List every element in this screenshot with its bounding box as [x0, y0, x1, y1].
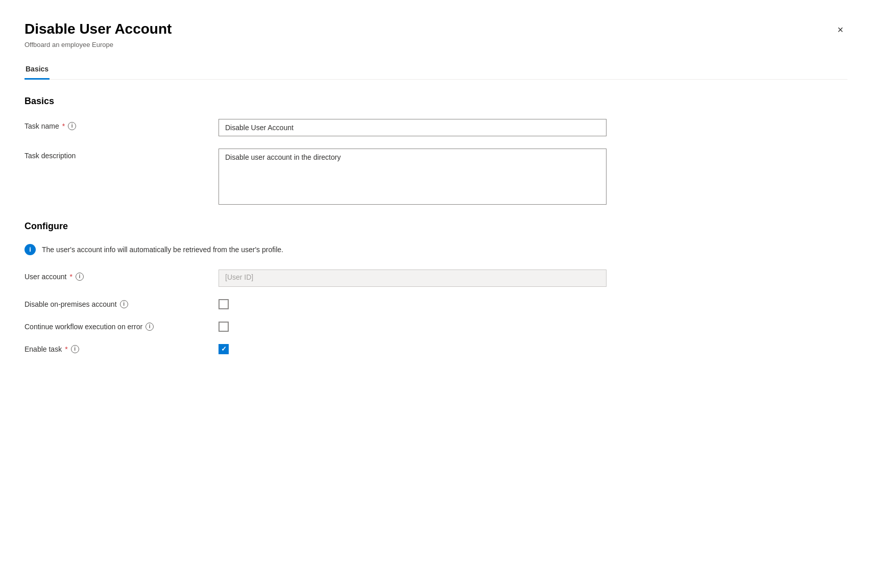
- disable-onprem-info-icon: i: [120, 300, 128, 308]
- disable-onprem-row: Disable on-premises account i: [25, 299, 847, 309]
- info-banner-text: The user's account info will automatical…: [42, 246, 283, 254]
- user-account-label: User account * i: [25, 270, 219, 281]
- task-name-row: Task name * i: [25, 119, 847, 136]
- task-description-textarea[interactable]: Disable user account in the directory: [219, 149, 607, 205]
- enable-task-checkbox-area: ✓: [219, 344, 229, 354]
- task-name-info-icon: i: [68, 122, 76, 130]
- configure-section: Configure i The user's account info will…: [25, 221, 847, 354]
- user-account-row: User account * i [User ID]: [25, 270, 847, 287]
- disable-onprem-label: Disable on-premises account i: [25, 300, 219, 308]
- continue-workflow-info-icon: i: [146, 323, 154, 331]
- disable-onprem-checkbox-area: [219, 299, 229, 309]
- modal-title: Disable User Account: [25, 20, 172, 38]
- continue-workflow-label: Continue workflow execution on error i: [25, 323, 219, 331]
- enable-task-checkbox[interactable]: ✓: [219, 344, 229, 354]
- continue-workflow-row: Continue workflow execution on error i: [25, 322, 847, 332]
- user-account-required: *: [69, 273, 72, 281]
- tabs-container: Basics: [25, 61, 847, 80]
- task-name-label: Task name * i: [25, 119, 219, 130]
- disable-onprem-checkbox[interactable]: [219, 299, 229, 309]
- enable-task-label: Enable task * i: [25, 345, 219, 353]
- continue-workflow-checkbox-area: [219, 322, 229, 332]
- user-account-info-icon: i: [76, 273, 84, 281]
- basics-section: Basics Task name * i Task description Di…: [25, 96, 847, 205]
- tab-basics[interactable]: Basics: [25, 61, 50, 80]
- basics-section-title: Basics: [25, 96, 847, 107]
- close-button[interactable]: ×: [833, 22, 847, 37]
- user-account-input: [User ID]: [219, 270, 607, 287]
- checkmark-icon: ✓: [221, 346, 227, 352]
- task-name-input[interactable]: [219, 119, 607, 136]
- info-banner: i The user's account info will automatic…: [25, 244, 847, 255]
- configure-section-title: Configure: [25, 221, 847, 232]
- task-name-required: *: [62, 122, 65, 130]
- enable-task-required: *: [65, 345, 67, 353]
- enable-task-row: Enable task * i ✓: [25, 344, 847, 354]
- modal-subtitle: Offboard an employee Europe: [25, 41, 172, 48]
- header-text: Disable User Account Offboard an employe…: [25, 20, 172, 48]
- task-description-label: Task description: [25, 149, 219, 160]
- continue-workflow-checkbox[interactable]: [219, 322, 229, 332]
- info-banner-icon: i: [25, 244, 36, 255]
- task-description-row: Task description Disable user account in…: [25, 149, 847, 205]
- modal-header: Disable User Account Offboard an employe…: [25, 20, 847, 48]
- modal-container: Disable User Account Offboard an employe…: [0, 0, 872, 588]
- enable-task-info-icon: i: [71, 345, 79, 353]
